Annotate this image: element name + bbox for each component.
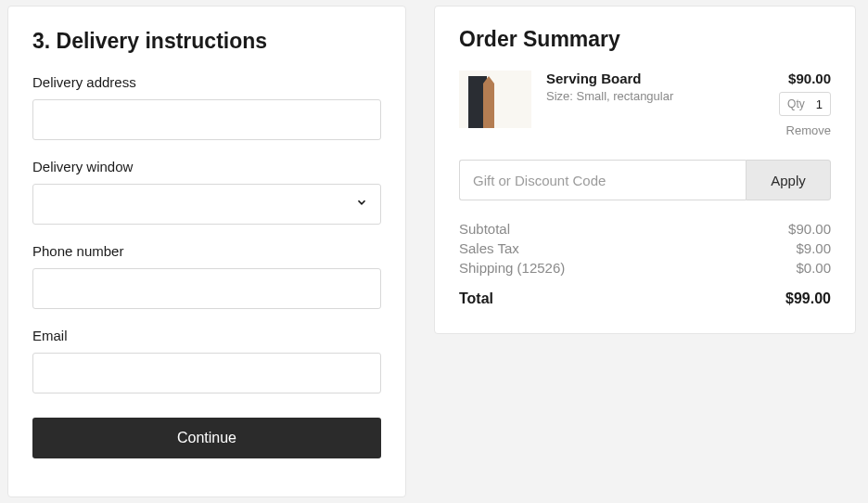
item-price: $90.00 <box>747 71 831 86</box>
qty-label: Qty <box>787 97 805 110</box>
phone-label: Phone number <box>32 243 381 259</box>
address-label: Delivery address <box>32 74 381 90</box>
delivery-section-title: 3. Delivery instructions <box>32 29 381 54</box>
window-select[interactable] <box>32 184 381 225</box>
cart-item: Serving Board Size: Small, rectangular $… <box>459 71 831 137</box>
shipping-value: $0.00 <box>796 260 831 276</box>
remove-link[interactable]: Remove <box>747 123 831 137</box>
address-field-group: Delivery address <box>32 74 381 140</box>
continue-button[interactable]: Continue <box>32 418 381 458</box>
tax-row: Sales Tax $9.00 <box>459 240 831 256</box>
tax-value: $9.00 <box>796 240 831 256</box>
window-field-group: Delivery window <box>32 159 381 225</box>
order-summary-panel: Order Summary Serving Board Size: Small,… <box>434 6 856 334</box>
apply-button[interactable]: Apply <box>746 160 831 200</box>
tax-label: Sales Tax <box>459 240 519 256</box>
subtotal-value: $90.00 <box>788 221 831 237</box>
delivery-panel: 3. Delivery instructions Delivery addres… <box>7 6 406 497</box>
promo-row: Apply <box>459 160 831 200</box>
shipping-label: Shipping (12526) <box>459 260 565 276</box>
window-label: Delivery window <box>32 159 381 174</box>
item-variant: Size: Small, rectangular <box>546 89 747 103</box>
shipping-row: Shipping (12526) $0.00 <box>459 260 831 276</box>
promo-code-input[interactable] <box>459 160 746 200</box>
phone-input[interactable] <box>32 268 381 309</box>
item-name: Serving Board <box>546 71 747 86</box>
address-input[interactable] <box>32 99 381 140</box>
item-thumbnail <box>459 71 531 128</box>
email-input[interactable] <box>32 353 381 393</box>
subtotal-row: Subtotal $90.00 <box>459 221 831 237</box>
quantity-stepper[interactable]: Qty 1 <box>779 92 831 116</box>
email-label: Email <box>32 328 381 343</box>
phone-field-group: Phone number <box>32 243 381 309</box>
order-summary-title: Order Summary <box>459 27 831 52</box>
email-field-group: Email <box>32 328 381 393</box>
subtotal-label: Subtotal <box>459 221 510 237</box>
qty-value: 1 <box>816 97 823 111</box>
total-row: Total $99.00 <box>459 290 831 307</box>
total-value: $99.00 <box>785 290 831 307</box>
total-label: Total <box>459 290 493 307</box>
